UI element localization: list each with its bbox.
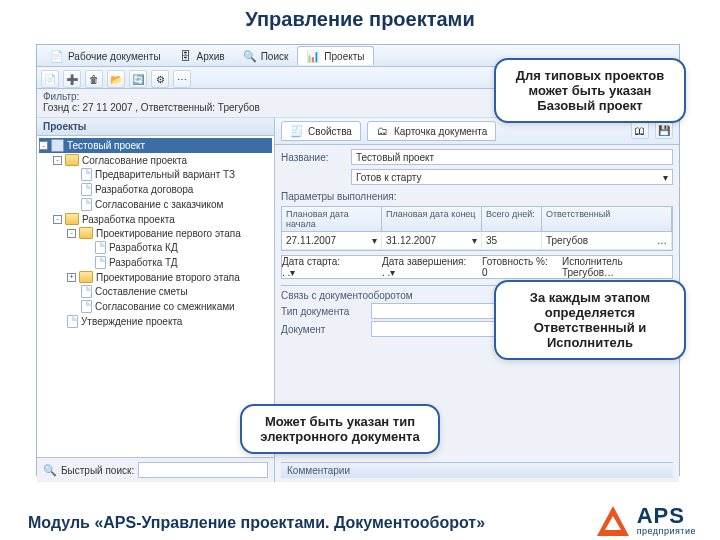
col-end-actual: Дата завершения: bbox=[382, 256, 482, 267]
tree-label: Тестовый проект bbox=[67, 140, 145, 151]
tb-props[interactable]: ⚙ bbox=[151, 70, 169, 88]
cell-start-actual[interactable]: . .▾ bbox=[282, 267, 382, 278]
doc-icon bbox=[81, 168, 92, 181]
tree-row[interactable]: Утверждение проекта bbox=[39, 314, 272, 329]
col-responsible: Ответственный bbox=[542, 207, 672, 232]
logo: APS предприятие bbox=[597, 505, 696, 536]
ellipsis-icon: … bbox=[604, 267, 614, 278]
tree-row[interactable]: -Проектирование первого этапа bbox=[39, 226, 272, 240]
tb-detail-2[interactable]: 💾 bbox=[655, 121, 673, 139]
tree-row[interactable]: +Проектирование второго этапа bbox=[39, 270, 272, 284]
tree-row[interactable]: Предварительный вариант ТЗ bbox=[39, 167, 272, 182]
callout-base-project: Для типовых проектов может быть указан Б… bbox=[494, 58, 686, 123]
search-icon: 🔍 bbox=[43, 463, 57, 477]
tree-label: Составление сметы bbox=[95, 286, 188, 297]
doc-icon bbox=[81, 198, 92, 211]
cell-end-plan[interactable]: 31.12.2007▾ bbox=[382, 232, 482, 250]
status-value: Готов к старту bbox=[356, 172, 421, 183]
quick-search-label: Быстрый поиск: bbox=[61, 465, 134, 476]
ellipsis-icon: … bbox=[657, 235, 667, 246]
tab-label: Архив bbox=[197, 51, 225, 62]
tb-open[interactable]: 📂 bbox=[107, 70, 125, 88]
params-grid-2: Дата старта: Дата завершения: Готовность… bbox=[281, 255, 673, 279]
quick-search-bar: 🔍 Быстрый поиск: bbox=[37, 457, 274, 482]
tree-row[interactable]: Составление сметы bbox=[39, 284, 272, 299]
col-start-plan: Плановая дата начала bbox=[282, 207, 382, 232]
tree-row[interactable]: Согласование со смежниками bbox=[39, 299, 272, 314]
chevron-down-icon: ▾ bbox=[472, 235, 477, 246]
doctype-label: Тип документа bbox=[281, 306, 365, 317]
tb-more[interactable]: ⋯ bbox=[173, 70, 191, 88]
tb-add[interactable]: ➕ bbox=[63, 70, 81, 88]
props-icon: 🧾 bbox=[290, 124, 304, 138]
tab-archive[interactable]: 🗄Архив bbox=[170, 46, 234, 65]
cell-start-plan[interactable]: 27.11.2007▾ bbox=[282, 232, 382, 250]
tab-label: Свойства bbox=[308, 126, 352, 137]
cell-end-actual[interactable]: . .▾ bbox=[382, 267, 482, 278]
name-label: Название: bbox=[281, 152, 345, 163]
status-row: Готов к старту▾ bbox=[281, 169, 673, 185]
panel-title: Проекты bbox=[43, 121, 86, 132]
folder-icon bbox=[79, 271, 93, 283]
cell-days[interactable]: 35 bbox=[482, 232, 542, 250]
col-start-actual: Дата старта: bbox=[282, 256, 382, 267]
filter-value: Гознд с: 27 11 2007 , Ответственный: Тре… bbox=[43, 102, 260, 113]
doc-icon bbox=[81, 285, 92, 298]
tb-delete[interactable]: 🗑 bbox=[85, 70, 103, 88]
name-input[interactable]: Тестовый проект bbox=[351, 149, 673, 165]
tree-row[interactable]: -Тестовый проект bbox=[39, 138, 272, 153]
project-tree[interactable]: -Тестовый проект-Согласование проектаПре… bbox=[37, 136, 274, 457]
chevron-down-icon: ▾ bbox=[290, 267, 295, 278]
doc-icon: 📄 bbox=[50, 49, 64, 63]
status-select[interactable]: Готов к старту▾ bbox=[351, 169, 673, 185]
tree-row[interactable]: -Согласование проекта bbox=[39, 153, 272, 167]
tree-row[interactable]: Согласование с заказчиком bbox=[39, 197, 272, 212]
cell-responsible[interactable]: Трегубов… bbox=[542, 232, 672, 250]
tab-projects[interactable]: 📊Проекты bbox=[297, 46, 373, 65]
cell-executor[interactable]: Трегубов… bbox=[562, 267, 672, 278]
logo-subtitle: предприятие bbox=[637, 527, 696, 536]
expander-icon[interactable]: - bbox=[39, 141, 48, 150]
expander-icon[interactable]: + bbox=[67, 273, 76, 282]
tree-label: Проектирование первого этапа bbox=[96, 228, 241, 239]
tree-label: Разработка КД bbox=[109, 242, 178, 253]
tb-new[interactable]: 📄 bbox=[41, 70, 59, 88]
tab-properties[interactable]: 🧾Свойства bbox=[281, 121, 361, 141]
tree-row[interactable]: Разработка договора bbox=[39, 182, 272, 197]
tree-row[interactable]: -Разработка проекта bbox=[39, 212, 272, 226]
tree-label: Разработка проекта bbox=[82, 214, 175, 225]
expander-icon[interactable]: - bbox=[53, 156, 62, 165]
slide-title: Управление проектами bbox=[0, 0, 720, 37]
tab-documents[interactable]: 📄Рабочие документы bbox=[41, 46, 170, 65]
expander-icon[interactable]: - bbox=[53, 215, 62, 224]
chevron-down-icon: ▾ bbox=[390, 267, 395, 278]
tree-label: Проектирование второго этапа bbox=[96, 272, 240, 283]
slide-footer: Модуль «APS-Управление проектами. Докуме… bbox=[28, 514, 485, 532]
callout-responsible: За каждым этапом определяется Ответствен… bbox=[494, 280, 686, 360]
chevron-down-icon: ▾ bbox=[372, 235, 377, 246]
card-icon: 🗂 bbox=[376, 124, 390, 138]
tb-refresh[interactable]: 🔄 bbox=[129, 70, 147, 88]
name-row: Название: Тестовый проект bbox=[281, 149, 673, 165]
tab-label: Карточка документа bbox=[394, 126, 487, 137]
root-icon bbox=[51, 139, 64, 152]
tab-doc-card[interactable]: 🗂Карточка документа bbox=[367, 121, 496, 141]
doc-icon bbox=[95, 241, 106, 254]
tab-search[interactable]: 🔍Поиск bbox=[234, 46, 298, 65]
quick-search-input[interactable] bbox=[138, 462, 268, 478]
params-grid-1: Плановая дата начала Плановая дата конец… bbox=[281, 206, 673, 251]
tree-label: Согласование проекта bbox=[82, 155, 187, 166]
chevron-down-icon: ▾ bbox=[663, 172, 668, 183]
params-title: Параметры выполнения: bbox=[281, 191, 673, 202]
tb-detail-1[interactable]: 🕮 bbox=[631, 121, 649, 139]
col-executor: Исполнитель bbox=[562, 256, 672, 267]
tree-label: Предварительный вариант ТЗ bbox=[95, 169, 235, 180]
tree-row[interactable]: Разработка ТД bbox=[39, 255, 272, 270]
cell-readiness[interactable]: 0 bbox=[482, 267, 562, 278]
col-end-plan: Плановая дата конец bbox=[382, 207, 482, 232]
expander-icon[interactable]: - bbox=[67, 229, 76, 238]
tree-row[interactable]: Разработка КД bbox=[39, 240, 272, 255]
doc-icon bbox=[81, 300, 92, 313]
doc-icon bbox=[95, 256, 106, 269]
comments-panel: Комментарии bbox=[281, 462, 673, 478]
